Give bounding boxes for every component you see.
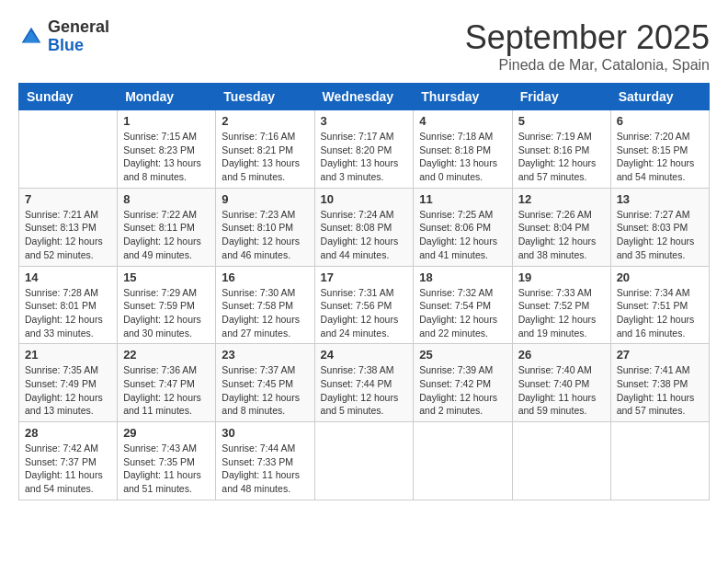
calendar-cell: 16Sunrise: 7:30 AM Sunset: 7:58 PM Dayli… [216, 266, 314, 344]
day-info: Sunrise: 7:23 AM Sunset: 8:10 PM Dayligh… [222, 208, 308, 262]
day-info: Sunrise: 7:44 AM Sunset: 7:33 PM Dayligh… [222, 442, 308, 496]
calendar-cell [610, 422, 709, 500]
day-number: 2 [222, 114, 308, 128]
day-number: 23 [222, 348, 308, 362]
day-info: Sunrise: 7:40 AM Sunset: 7:40 PM Dayligh… [518, 363, 605, 418]
calendar-cell: 25Sunrise: 7:39 AM Sunset: 7:42 PM Dayli… [414, 344, 512, 422]
day-number: 4 [419, 114, 506, 128]
calendar-table: SundayMondayTuesdayWednesdayThursdayFrid… [18, 83, 710, 500]
location-title: Pineda de Mar, Catalonia, Spain [465, 57, 710, 74]
day-number: 21 [25, 348, 111, 362]
weekday-header-sunday: Sunday [19, 84, 118, 110]
calendar-cell [512, 422, 610, 500]
day-info: Sunrise: 7:32 AM Sunset: 7:54 PM Dayligh… [419, 286, 506, 340]
day-number: 10 [321, 192, 408, 206]
day-number: 3 [321, 114, 408, 128]
day-info: Sunrise: 7:30 AM Sunset: 7:58 PM Dayligh… [222, 286, 308, 340]
calendar-cell: 15Sunrise: 7:29 AM Sunset: 7:59 PM Dayli… [118, 266, 216, 344]
day-number: 11 [419, 192, 506, 206]
day-info: Sunrise: 7:19 AM Sunset: 8:16 PM Dayligh… [518, 130, 605, 184]
calendar-cell: 23Sunrise: 7:37 AM Sunset: 7:45 PM Dayli… [216, 344, 314, 422]
calendar-cell: 3Sunrise: 7:17 AM Sunset: 8:20 PM Daylig… [314, 110, 414, 189]
day-info: Sunrise: 7:25 AM Sunset: 8:06 PM Dayligh… [419, 208, 506, 262]
calendar-week-row: 14Sunrise: 7:28 AM Sunset: 8:01 PM Dayli… [19, 266, 710, 344]
calendar-cell: 26Sunrise: 7:40 AM Sunset: 7:40 PM Dayli… [512, 344, 610, 422]
day-info: Sunrise: 7:35 AM Sunset: 7:49 PM Dayligh… [25, 363, 111, 418]
calendar-cell: 6Sunrise: 7:20 AM Sunset: 8:15 PM Daylig… [610, 110, 709, 189]
calendar-cell: 10Sunrise: 7:24 AM Sunset: 8:08 PM Dayli… [314, 188, 414, 266]
day-info: Sunrise: 7:27 AM Sunset: 8:03 PM Dayligh… [617, 208, 703, 262]
calendar-cell: 4Sunrise: 7:18 AM Sunset: 8:18 PM Daylig… [414, 110, 512, 189]
day-info: Sunrise: 7:28 AM Sunset: 8:01 PM Dayligh… [25, 286, 111, 340]
weekday-header-friday: Friday [512, 84, 610, 110]
day-info: Sunrise: 7:31 AM Sunset: 7:56 PM Dayligh… [321, 286, 408, 340]
day-number: 28 [25, 426, 111, 440]
calendar-week-row: 28Sunrise: 7:42 AM Sunset: 7:37 PM Dayli… [19, 422, 710, 500]
day-info: Sunrise: 7:15 AM Sunset: 8:23 PM Dayligh… [123, 130, 210, 184]
day-number: 15 [123, 270, 210, 284]
weekday-header-tuesday: Tuesday [216, 84, 314, 110]
day-info: Sunrise: 7:43 AM Sunset: 7:35 PM Dayligh… [123, 442, 210, 496]
calendar-cell: 1Sunrise: 7:15 AM Sunset: 8:23 PM Daylig… [118, 110, 216, 189]
day-number: 1 [123, 114, 210, 128]
title-block: September 2025 Pineda de Mar, Catalonia,… [465, 18, 710, 74]
day-info: Sunrise: 7:18 AM Sunset: 8:18 PM Dayligh… [419, 130, 506, 184]
day-number: 18 [419, 270, 506, 284]
day-info: Sunrise: 7:24 AM Sunset: 8:08 PM Dayligh… [321, 208, 408, 262]
calendar-week-row: 7Sunrise: 7:21 AM Sunset: 8:13 PM Daylig… [19, 188, 710, 266]
day-number: 26 [518, 348, 605, 362]
day-info: Sunrise: 7:41 AM Sunset: 7:38 PM Dayligh… [617, 363, 703, 418]
calendar-cell: 7Sunrise: 7:21 AM Sunset: 8:13 PM Daylig… [19, 188, 118, 266]
weekday-header-wednesday: Wednesday [314, 84, 414, 110]
calendar-cell: 11Sunrise: 7:25 AM Sunset: 8:06 PM Dayli… [414, 188, 512, 266]
day-info: Sunrise: 7:34 AM Sunset: 7:51 PM Dayligh… [617, 286, 703, 340]
logo: General Blue [18, 18, 109, 55]
day-info: Sunrise: 7:33 AM Sunset: 7:52 PM Dayligh… [518, 286, 605, 340]
day-info: Sunrise: 7:36 AM Sunset: 7:47 PM Dayligh… [123, 363, 210, 418]
logo-blue: Blue [48, 36, 84, 54]
weekday-header-monday: Monday [118, 84, 216, 110]
day-number: 6 [617, 114, 703, 128]
calendar-cell [314, 422, 414, 500]
calendar-cell: 29Sunrise: 7:43 AM Sunset: 7:35 PM Dayli… [118, 422, 216, 500]
calendar-cell: 24Sunrise: 7:38 AM Sunset: 7:44 PM Dayli… [314, 344, 414, 422]
calendar-cell: 20Sunrise: 7:34 AM Sunset: 7:51 PM Dayli… [610, 266, 709, 344]
day-number: 16 [222, 270, 308, 284]
calendar-cell: 12Sunrise: 7:26 AM Sunset: 8:04 PM Dayli… [512, 188, 610, 266]
calendar-cell: 30Sunrise: 7:44 AM Sunset: 7:33 PM Dayli… [216, 422, 314, 500]
calendar-cell: 18Sunrise: 7:32 AM Sunset: 7:54 PM Dayli… [414, 266, 512, 344]
logo-general: General [48, 17, 109, 36]
day-info: Sunrise: 7:22 AM Sunset: 8:11 PM Dayligh… [123, 208, 210, 262]
day-number: 5 [518, 114, 605, 128]
day-number: 7 [25, 192, 111, 206]
day-info: Sunrise: 7:29 AM Sunset: 7:59 PM Dayligh… [123, 286, 210, 340]
calendar-cell [414, 422, 512, 500]
day-info: Sunrise: 7:39 AM Sunset: 7:42 PM Dayligh… [419, 363, 506, 418]
day-number: 12 [518, 192, 605, 206]
calendar-week-row: 21Sunrise: 7:35 AM Sunset: 7:49 PM Dayli… [19, 344, 710, 422]
day-info: Sunrise: 7:42 AM Sunset: 7:37 PM Dayligh… [25, 442, 111, 496]
weekday-header-thursday: Thursday [414, 84, 512, 110]
calendar-cell: 19Sunrise: 7:33 AM Sunset: 7:52 PM Dayli… [512, 266, 610, 344]
page-header: General Blue September 2025 Pineda de Ma… [18, 18, 710, 74]
day-number: 9 [222, 192, 308, 206]
day-number: 17 [321, 270, 408, 284]
day-number: 14 [25, 270, 111, 284]
calendar-cell [19, 110, 118, 189]
calendar-header-row: SundayMondayTuesdayWednesdayThursdayFrid… [19, 84, 710, 110]
day-number: 24 [321, 348, 408, 362]
day-number: 22 [123, 348, 210, 362]
month-title: September 2025 [465, 18, 710, 57]
logo-icon [18, 24, 44, 50]
day-info: Sunrise: 7:26 AM Sunset: 8:04 PM Dayligh… [518, 208, 605, 262]
calendar-cell: 13Sunrise: 7:27 AM Sunset: 8:03 PM Dayli… [610, 188, 709, 266]
calendar-cell: 8Sunrise: 7:22 AM Sunset: 8:11 PM Daylig… [118, 188, 216, 266]
day-info: Sunrise: 7:17 AM Sunset: 8:20 PM Dayligh… [321, 130, 408, 184]
calendar-week-row: 1Sunrise: 7:15 AM Sunset: 8:23 PM Daylig… [19, 110, 710, 189]
day-number: 27 [617, 348, 703, 362]
day-info: Sunrise: 7:37 AM Sunset: 7:45 PM Dayligh… [222, 363, 308, 418]
day-info: Sunrise: 7:38 AM Sunset: 7:44 PM Dayligh… [321, 363, 408, 418]
calendar-cell: 9Sunrise: 7:23 AM Sunset: 8:10 PM Daylig… [216, 188, 314, 266]
calendar-cell: 22Sunrise: 7:36 AM Sunset: 7:47 PM Dayli… [118, 344, 216, 422]
weekday-header-saturday: Saturday [610, 84, 709, 110]
